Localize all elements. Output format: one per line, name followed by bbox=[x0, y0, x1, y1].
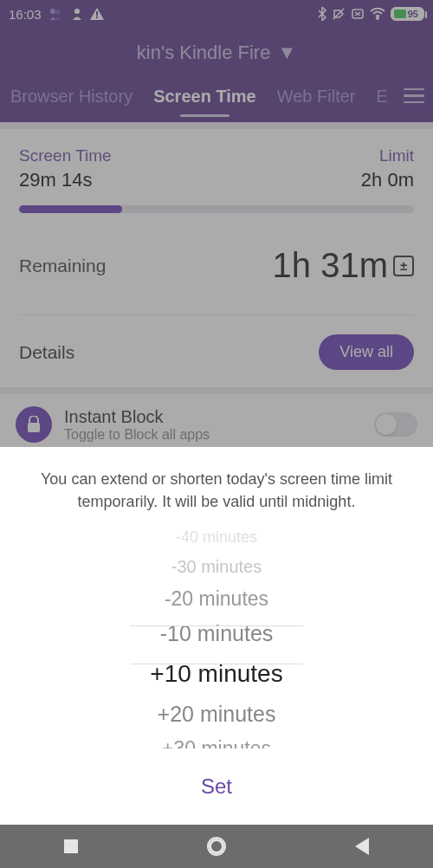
picker-option[interactable]: -40 minutes bbox=[176, 523, 257, 552]
picker-option[interactable]: -10 minutes bbox=[160, 616, 274, 651]
home-button[interactable] bbox=[207, 837, 226, 856]
picker-option[interactable]: -20 minutes bbox=[165, 582, 268, 616]
picker-option-selected[interactable]: +10 minutes bbox=[150, 651, 282, 696]
picker-option[interactable]: +20 minutes bbox=[158, 696, 276, 732]
picker-option[interactable]: +30 minutes bbox=[162, 732, 271, 748]
set-button[interactable]: Set bbox=[0, 748, 433, 825]
back-button[interactable] bbox=[355, 838, 369, 855]
picker-option[interactable]: -30 minutes bbox=[171, 552, 262, 582]
time-picker[interactable]: -40 minutes -30 minutes -20 minutes -10 … bbox=[0, 523, 433, 748]
sheet-description: You can extend or shorten today's screen… bbox=[0, 447, 433, 523]
recents-button[interactable] bbox=[64, 839, 78, 853]
android-nav-bar bbox=[0, 825, 433, 868]
time-adjust-sheet: You can extend or shorten today's screen… bbox=[0, 447, 433, 825]
